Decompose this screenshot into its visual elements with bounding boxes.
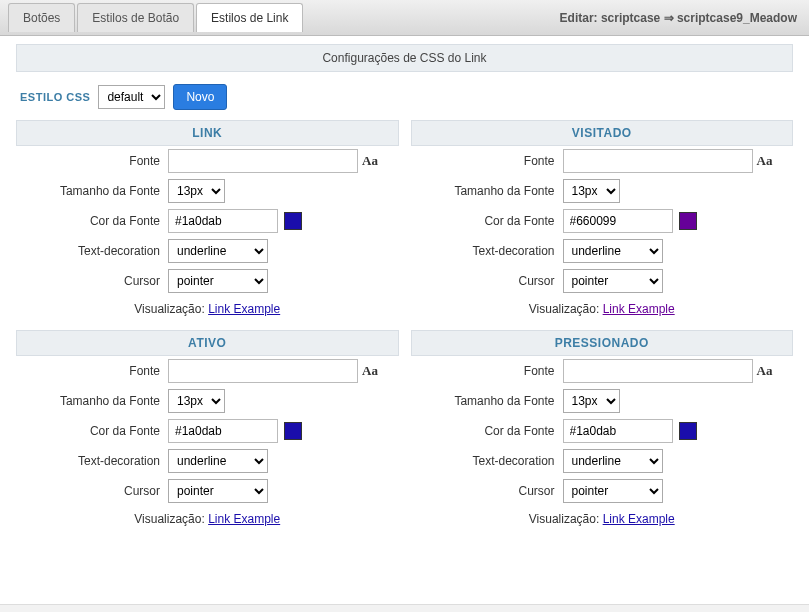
- active-font-input[interactable]: [168, 359, 358, 383]
- label-text-decoration: Text-decoration: [18, 454, 168, 468]
- active-text-decoration-select[interactable]: underline: [168, 449, 268, 473]
- link-preview-row: Visualização: Link Example: [16, 296, 399, 324]
- label-text-decoration: Text-decoration: [413, 244, 563, 258]
- section-pressed-title: PRESSIONADO: [411, 330, 794, 356]
- label-font-size: Tamanho da Fonte: [413, 184, 563, 198]
- font-picker-icon[interactable]: Aa: [362, 363, 378, 379]
- pressed-color-swatch[interactable]: [679, 422, 697, 440]
- font-picker-icon[interactable]: Aa: [362, 153, 378, 169]
- link-text-decoration-select[interactable]: underline: [168, 239, 268, 263]
- label-text-decoration: Text-decoration: [18, 244, 168, 258]
- visited-text-decoration-select[interactable]: underline: [563, 239, 663, 263]
- link-font-color-input[interactable]: [168, 209, 278, 233]
- preview-label: Visualização:: [529, 512, 600, 526]
- main-content: Configurações de CSS do Link ESTILO CSS …: [0, 36, 809, 534]
- label-font: Fonte: [18, 364, 168, 378]
- pressed-font-size-select[interactable]: 13px: [563, 389, 620, 413]
- active-preview-row: Visualização: Link Example: [16, 506, 399, 534]
- link-cursor-select[interactable]: pointer: [168, 269, 268, 293]
- active-color-swatch[interactable]: [284, 422, 302, 440]
- label-cursor: Cursor: [18, 274, 168, 288]
- tab-bar: Botões Estilos de Botão Estilos de Link: [8, 3, 303, 32]
- label-font: Fonte: [413, 154, 563, 168]
- visited-preview-row: Visualização: Link Example: [411, 296, 794, 324]
- label-font-size: Tamanho da Fonte: [18, 394, 168, 408]
- label-font-color: Cor da Fonte: [413, 214, 563, 228]
- style-selector-row: ESTILO CSS default Novo: [16, 78, 793, 120]
- pressed-preview-example[interactable]: Link Example: [603, 512, 675, 526]
- active-cursor-select[interactable]: pointer: [168, 479, 268, 503]
- visited-font-size-select[interactable]: 13px: [563, 179, 620, 203]
- active-preview-example[interactable]: Link Example: [208, 512, 280, 526]
- label-font-color: Cor da Fonte: [18, 214, 168, 228]
- panel-title: Configurações de CSS do Link: [16, 44, 793, 72]
- label-font-color: Cor da Fonte: [413, 424, 563, 438]
- edit-path-label: Editar: scriptcase ⇒ scriptcase9_Meadow: [560, 11, 801, 25]
- top-toolbar: Botões Estilos de Botão Estilos de Link …: [0, 0, 809, 36]
- link-font-size-select[interactable]: 13px: [168, 179, 225, 203]
- link-font-input[interactable]: [168, 149, 358, 173]
- label-text-decoration: Text-decoration: [413, 454, 563, 468]
- pressed-cursor-select[interactable]: pointer: [563, 479, 663, 503]
- section-active-title: ATIVO: [16, 330, 399, 356]
- tab-button-styles[interactable]: Estilos de Botão: [77, 3, 194, 32]
- section-link-title: LINK: [16, 120, 399, 146]
- label-cursor: Cursor: [413, 274, 563, 288]
- sections-grid: LINK Fonte Aa Tamanho da Fonte 13px Cor …: [16, 120, 793, 534]
- label-cursor: Cursor: [413, 484, 563, 498]
- visited-font-color-input[interactable]: [563, 209, 673, 233]
- active-font-color-input[interactable]: [168, 419, 278, 443]
- visited-font-input[interactable]: [563, 149, 753, 173]
- pressed-font-input[interactable]: [563, 359, 753, 383]
- label-font-size: Tamanho da Fonte: [413, 394, 563, 408]
- label-font-size: Tamanho da Fonte: [18, 184, 168, 198]
- visited-cursor-select[interactable]: pointer: [563, 269, 663, 293]
- font-picker-icon[interactable]: Aa: [757, 363, 773, 379]
- label-cursor: Cursor: [18, 484, 168, 498]
- pressed-text-decoration-select[interactable]: underline: [563, 449, 663, 473]
- section-active: ATIVO Fonte Aa Tamanho da Fonte 13px Cor…: [16, 330, 399, 534]
- active-font-size-select[interactable]: 13px: [168, 389, 225, 413]
- tab-buttons[interactable]: Botões: [8, 3, 75, 32]
- pressed-preview-row: Visualização: Link Example: [411, 506, 794, 534]
- visited-color-swatch[interactable]: [679, 212, 697, 230]
- section-visited: VISITADO Fonte Aa Tamanho da Fonte 13px …: [411, 120, 794, 324]
- tab-link-styles[interactable]: Estilos de Link: [196, 3, 303, 32]
- link-color-swatch[interactable]: [284, 212, 302, 230]
- style-css-label: ESTILO CSS: [20, 91, 90, 103]
- label-font: Fonte: [413, 364, 563, 378]
- label-font: Fonte: [18, 154, 168, 168]
- style-css-select[interactable]: default: [98, 85, 165, 109]
- section-link: LINK Fonte Aa Tamanho da Fonte 13px Cor …: [16, 120, 399, 324]
- visited-preview-example[interactable]: Link Example: [603, 302, 675, 316]
- preview-label: Visualização:: [134, 302, 205, 316]
- label-font-color: Cor da Fonte: [18, 424, 168, 438]
- font-picker-icon[interactable]: Aa: [757, 153, 773, 169]
- footer-bar: Salvar Cancelar: [0, 604, 809, 612]
- link-preview-example[interactable]: Link Example: [208, 302, 280, 316]
- section-visited-title: VISITADO: [411, 120, 794, 146]
- section-pressed: PRESSIONADO Fonte Aa Tamanho da Fonte 13…: [411, 330, 794, 534]
- preview-label: Visualização:: [134, 512, 205, 526]
- preview-label: Visualização:: [529, 302, 600, 316]
- new-style-button[interactable]: Novo: [173, 84, 227, 110]
- pressed-font-color-input[interactable]: [563, 419, 673, 443]
